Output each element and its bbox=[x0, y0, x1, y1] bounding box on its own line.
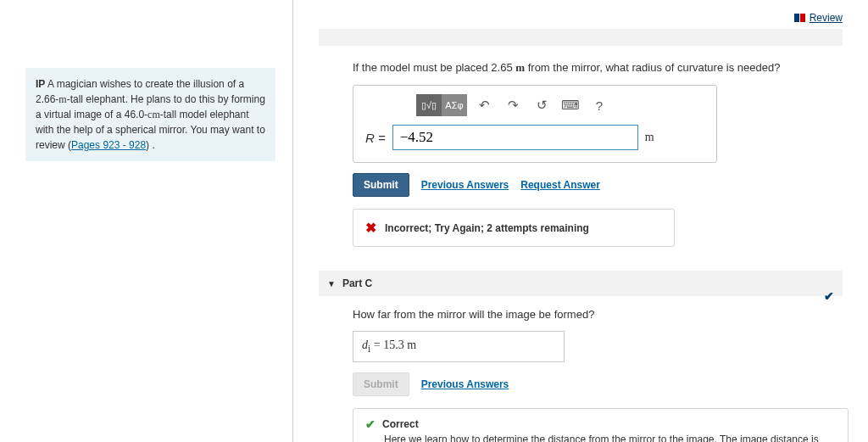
keyboard-button[interactable]: ⌨ bbox=[559, 94, 582, 116]
variable-label: R = bbox=[365, 131, 386, 145]
part-c-title: Part C bbox=[342, 277, 372, 289]
previous-answers-link[interactable]: Previous Answers bbox=[421, 179, 509, 191]
problem-statement: IP A magician wishes to create the illus… bbox=[25, 68, 275, 161]
x-icon: ✖ bbox=[365, 220, 376, 236]
part-b-question: If the model must be placed 2.65 m from … bbox=[353, 61, 843, 75]
svg-rect-0 bbox=[794, 14, 799, 22]
ip-label: IP bbox=[36, 78, 45, 90]
previous-answers-link-c[interactable]: Previous Answers bbox=[421, 378, 509, 390]
submit-button-disabled: Submit bbox=[353, 372, 409, 396]
templates-button[interactable]: ▯√▯ bbox=[416, 94, 442, 116]
svg-rect-1 bbox=[800, 14, 805, 22]
equation-toolbar: ▯√▯ ΑΣφ ↶ ↷ ↺ ⌨ ? bbox=[416, 94, 704, 116]
pages-link[interactable]: Pages 923 - 928 bbox=[71, 139, 146, 151]
answer-panel: ▯√▯ ΑΣφ ↶ ↷ ↺ ⌨ ? R = m bbox=[353, 85, 717, 163]
part-c-question: How far from the mirror will the image b… bbox=[353, 308, 843, 321]
feedback-incorrect: ✖ Incorrect; Try Again; 2 attempts remai… bbox=[353, 209, 675, 247]
answer-input[interactable] bbox=[392, 125, 638, 150]
feedback-correct: ✔ Correct Here we learn how to determine… bbox=[353, 408, 849, 442]
redo-button[interactable]: ↷ bbox=[501, 94, 525, 116]
part-c-header[interactable]: ▼ Part C ✔ bbox=[319, 271, 843, 296]
review-link[interactable]: Review bbox=[794, 12, 843, 24]
submit-button[interactable]: Submit bbox=[353, 173, 409, 197]
feedback-text: Incorrect; Try Again; 2 attempts remaini… bbox=[385, 222, 589, 234]
check-icon: ✔ bbox=[824, 289, 834, 303]
check-icon: ✔ bbox=[365, 417, 376, 431]
correct-explanation: Here we learn how to determine the dista… bbox=[384, 433, 836, 442]
reset-button[interactable]: ↺ bbox=[530, 94, 554, 116]
unit-label: m bbox=[645, 131, 654, 144]
correct-title: Correct bbox=[382, 418, 419, 430]
flag-icon bbox=[794, 14, 806, 22]
header-strip bbox=[319, 29, 843, 46]
part-c-answer: di = 15.3 m bbox=[353, 331, 565, 362]
help-button[interactable]: ? bbox=[587, 94, 611, 116]
symbols-button[interactable]: ΑΣφ bbox=[442, 94, 467, 116]
undo-button[interactable]: ↶ bbox=[472, 94, 496, 116]
request-answer-link[interactable]: Request Answer bbox=[520, 179, 600, 191]
chevron-down-icon: ▼ bbox=[327, 279, 336, 288]
